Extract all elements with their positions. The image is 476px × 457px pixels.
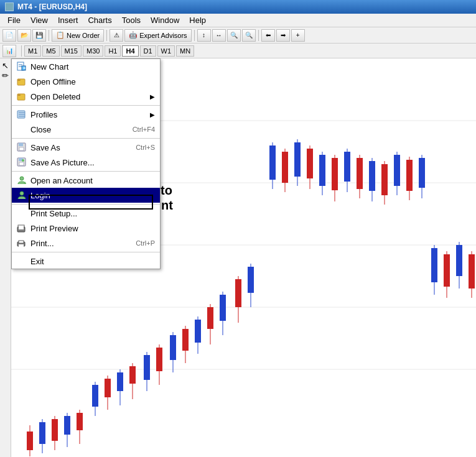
svg-rect-34: [207, 307, 213, 329]
svg-point-97: [20, 192, 24, 195]
svg-rect-74: [469, 254, 475, 289]
tf-d1[interactable]: D1: [140, 45, 156, 57]
menu-item-print-preview[interactable]: Print Preview: [12, 221, 160, 236]
svg-rect-6: [27, 432, 33, 450]
separator-3: [12, 171, 160, 172]
open-offline-icon: [16, 75, 28, 88]
close-menu-icon: [16, 123, 28, 136]
svg-rect-58: [369, 161, 375, 191]
sidebar-btn-1[interactable]: ↖: [1, 61, 10, 70]
print-preview-label: Print Preview: [30, 224, 155, 233]
menu-item-print[interactable]: Print... Ctrl+P: [12, 236, 160, 251]
tf-m1[interactable]: M1: [24, 45, 41, 57]
menu-item-save-as[interactable]: Save As Ctrl+S: [12, 140, 160, 155]
tf-m30[interactable]: M30: [83, 45, 103, 57]
menu-item-profiles[interactable]: Profiles ▶: [12, 107, 160, 122]
save-as-picture-icon: [16, 156, 28, 168]
new-chart-icon: +: [16, 60, 28, 73]
menu-charts[interactable]: Charts: [83, 14, 116, 27]
svg-rect-100: [19, 226, 24, 229]
svg-rect-8: [39, 422, 45, 444]
toolbar-btn-7[interactable]: 🔍: [227, 29, 241, 42]
svg-rect-66: [419, 158, 425, 188]
svg-rect-68: [431, 248, 437, 282]
toolbar-btn-2[interactable]: 📂: [17, 29, 31, 42]
toolbar-btn-5[interactable]: ↕: [197, 29, 211, 42]
menu-help[interactable]: Help: [184, 14, 211, 27]
window-title: MT4 - [EURUSD,H4]: [17, 2, 87, 11]
menu-item-login[interactable]: Login: [12, 188, 160, 203]
svg-rect-10: [52, 419, 58, 441]
tf-h1[interactable]: H1: [105, 45, 121, 57]
toolbar-btn-1[interactable]: 📄: [2, 29, 16, 42]
svg-rect-103: [19, 244, 24, 247]
toolbar-btn-8[interactable]: 🔍: [242, 29, 256, 42]
main-area: ↖ ✏: [0, 58, 476, 457]
save-as-label: Save As: [30, 143, 136, 152]
toolbar-btn-3[interactable]: 💾: [32, 29, 46, 42]
svg-rect-40: [248, 267, 254, 293]
menu-item-close[interactable]: Close Ctrl+F4: [12, 122, 160, 137]
open-deleted-icon: [16, 90, 28, 103]
close-label: Close: [30, 125, 133, 134]
svg-rect-102: [19, 241, 24, 243]
toolbar-sep-4: [258, 30, 259, 41]
chart-area: + New Chart Open Offline: [11, 58, 476, 457]
file-menu-dropdown: + New Chart Open Offline: [11, 58, 161, 269]
print-setup-label: Print Setup...: [30, 209, 155, 218]
svg-rect-89: [19, 143, 23, 146]
menu-file[interactable]: File: [2, 14, 26, 27]
tf-m5[interactable]: M5: [42, 45, 59, 57]
login-label: Login: [30, 191, 155, 200]
svg-rect-72: [456, 245, 462, 276]
toolbar-btn-10[interactable]: ➡: [276, 29, 290, 42]
menu-view[interactable]: View: [26, 14, 53, 27]
menu-item-open-offline[interactable]: Open Offline: [12, 74, 160, 89]
menu-item-open-deleted[interactable]: Open Deleted ▶: [12, 89, 160, 104]
menu-item-save-as-picture[interactable]: Save As Picture...: [12, 155, 160, 170]
toolbar-btn-11[interactable]: +: [291, 29, 305, 42]
toolbar-btn-9[interactable]: ⬅: [261, 29, 275, 42]
tf-h4[interactable]: H4: [122, 45, 138, 57]
svg-text:+: +: [24, 180, 27, 185]
expert-advisors-button[interactable]: 🤖 Expert Advisors: [124, 29, 191, 42]
menu-tools[interactable]: Tools: [117, 14, 146, 27]
menu-item-new-chart[interactable]: + New Chart: [12, 59, 160, 74]
new-order-button[interactable]: 📋 New Order: [52, 29, 104, 42]
menu-item-exit[interactable]: Exit: [12, 254, 160, 269]
menu-window[interactable]: Window: [146, 14, 184, 27]
menu-item-open-account[interactable]: + Open an Account: [12, 173, 160, 188]
new-chart-label: New Chart: [30, 62, 155, 72]
tf-w1[interactable]: W1: [157, 45, 175, 57]
menu-item-print-setup[interactable]: Print Setup...: [12, 206, 160, 221]
exit-label: Exit: [30, 257, 155, 266]
title-bar: MT4 - [EURUSD,H4]: [0, 0, 476, 14]
open-account-icon: +: [16, 174, 28, 187]
toolbar-btn-6[interactable]: ↔: [212, 29, 226, 42]
svg-rect-18: [105, 379, 111, 397]
svg-rect-28: [170, 335, 176, 360]
svg-point-94: [22, 159, 24, 162]
tf-mn[interactable]: MN: [176, 45, 194, 57]
separator-5: [12, 252, 160, 252]
svg-rect-36: [220, 295, 226, 321]
menu-insert[interactable]: Insert: [53, 14, 83, 27]
sidebar-btn-2[interactable]: ✏: [1, 71, 10, 80]
tf-m15[interactable]: M15: [61, 45, 82, 57]
svg-rect-24: [144, 355, 150, 380]
svg-rect-46: [294, 142, 301, 177]
chart-type-btn[interactable]: 📊: [2, 45, 16, 57]
svg-rect-44: [282, 152, 288, 183]
tf-sep: [21, 45, 22, 57]
svg-rect-48: [307, 149, 313, 178]
svg-rect-50: [319, 155, 325, 186]
svg-rect-56: [357, 158, 363, 189]
timeframe-toolbar: 📊 M1 M5 M15 M30 H1 H4 D1 W1 MN: [0, 44, 476, 58]
main-toolbar: 📄 📂 💾 📋 New Order ⚠ 🤖 Expert Advisors ↕ …: [0, 27, 476, 44]
profiles-label: Profiles: [30, 110, 150, 119]
svg-rect-64: [406, 160, 413, 191]
svg-rect-12: [64, 416, 70, 435]
save-as-picture-label: Save As Picture...: [30, 158, 155, 167]
svg-rect-16: [92, 385, 98, 407]
toolbar-btn-4[interactable]: ⚠: [110, 29, 123, 42]
